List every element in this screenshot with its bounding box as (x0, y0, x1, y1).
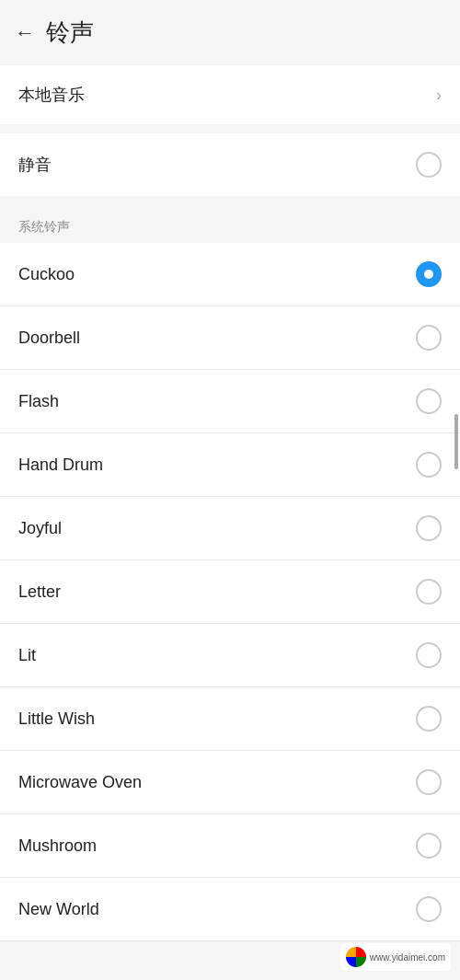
silent-radio[interactable] (416, 152, 442, 178)
radio-flash[interactable] (416, 388, 442, 414)
ringtone-item-little-wish[interactable]: Little Wish (0, 687, 460, 751)
system-ringtones-label: 系统铃声 (18, 219, 70, 234)
radio-little-wish[interactable] (416, 706, 442, 732)
radio-new-world[interactable] (416, 896, 442, 922)
divider-2 (0, 196, 460, 205)
ringtone-item-lit[interactable]: Lit (0, 624, 460, 687)
ringtone-item-cuckoo[interactable]: Cuckoo (0, 243, 460, 306)
ringtone-label-doorbell: Doorbell (18, 329, 80, 348)
radio-microwave-oven[interactable] (416, 769, 442, 795)
local-music-item[interactable]: 本地音乐 › (0, 65, 460, 124)
radio-mushroom[interactable] (416, 833, 442, 859)
ringtone-item-joyful[interactable]: Joyful (0, 497, 460, 560)
chevron-right-icon: › (436, 86, 442, 105)
ringtones-list: Cuckoo Doorbell Flash Hand Drum Joyful L… (0, 243, 460, 941)
scrollbar[interactable] (454, 414, 458, 469)
watermark: www.yidaimei.com (340, 943, 451, 971)
silent-item[interactable]: 静音 (0, 133, 460, 196)
divider-1 (0, 124, 460, 133)
ringtone-item-doorbell[interactable]: Doorbell (0, 306, 460, 370)
back-button[interactable]: ← (15, 23, 35, 43)
ringtone-label-new-world: New World (18, 900, 99, 919)
watermark-text: www.yidaimei.com (370, 952, 445, 963)
ringtone-item-microwave-oven[interactable]: Microwave Oven (0, 751, 460, 814)
radio-doorbell[interactable] (416, 325, 442, 351)
ringtone-label-hand-drum: Hand Drum (18, 455, 103, 475)
radio-joyful[interactable] (416, 515, 442, 541)
radio-cuckoo[interactable] (416, 261, 442, 287)
radio-letter[interactable] (416, 579, 442, 605)
ringtone-item-letter[interactable]: Letter (0, 560, 460, 624)
ringtone-label-letter: Letter (18, 582, 61, 602)
ringtone-item-new-world[interactable]: New World (0, 878, 460, 941)
local-music-section: 本地音乐 › (0, 65, 460, 124)
ringtone-label-cuckoo: Cuckoo (18, 265, 75, 284)
ringtone-label-flash: Flash (18, 392, 59, 411)
local-music-label: 本地音乐 (18, 84, 85, 106)
ringtone-label-joyful: Joyful (18, 519, 62, 538)
ringtone-label-microwave-oven: Microwave Oven (18, 773, 142, 792)
ringtone-label-mushroom: Mushroom (18, 836, 97, 856)
silent-section: 静音 (0, 133, 460, 196)
ringtone-item-mushroom[interactable]: Mushroom (0, 814, 460, 878)
radio-hand-drum[interactable] (416, 452, 442, 478)
ringtone-item-flash[interactable]: Flash (0, 370, 460, 433)
page-header: ← 铃声 (0, 0, 460, 65)
silent-label: 静音 (18, 154, 52, 176)
ringtone-item-hand-drum[interactable]: Hand Drum (0, 433, 460, 497)
system-ringtones-header: 系统铃声 (0, 205, 460, 243)
page-title: 铃声 (46, 17, 94, 49)
radio-lit[interactable] (416, 642, 442, 668)
ringtone-label-lit: Lit (18, 646, 36, 665)
watermark-icon (346, 947, 366, 967)
ringtone-label-little-wish: Little Wish (18, 709, 95, 729)
